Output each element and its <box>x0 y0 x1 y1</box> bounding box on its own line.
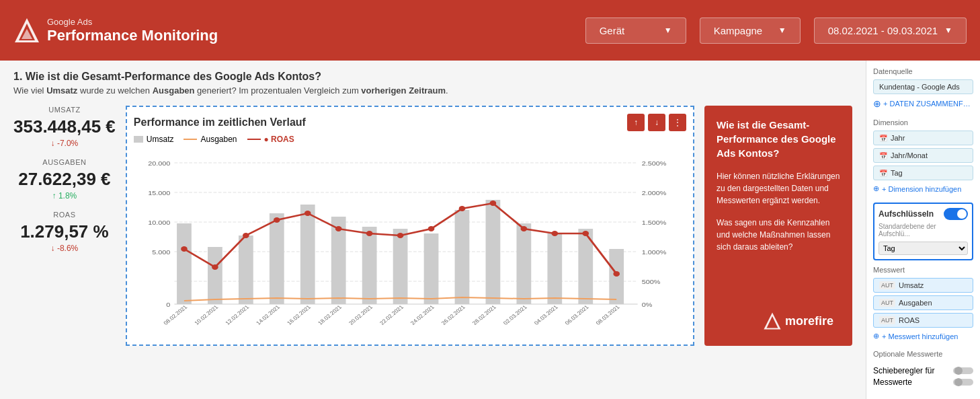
aufschluss-select[interactable]: Tag <box>879 242 968 255</box>
messwert-umsatz: AUT Umsatz <box>873 278 973 293</box>
toggle-knob <box>957 209 967 219</box>
svg-point-36 <box>212 264 218 270</box>
svg-point-47 <box>551 231 558 236</box>
svg-text:500%: 500% <box>641 279 660 285</box>
chart-up-button[interactable]: ↑ <box>627 114 645 131</box>
metric-ausgaben-change: ↑ 1.8% <box>13 191 116 201</box>
svg-point-43 <box>428 226 435 231</box>
svg-text:1.500%: 1.500% <box>641 219 666 226</box>
logo-area: Google Ads Performance Monitoring <box>13 17 218 44</box>
metric-umsatz-value: 353.448,45 € <box>13 116 116 137</box>
chart-legend: Umsatz Ausgaben ● ROAS <box>134 135 686 144</box>
metrics-column: Umsatz 353.448,45 € ↓ -7.0% Ausgaben 27.… <box>13 106 116 346</box>
daten-zusammen-button[interactable]: ⊕ + DATEN ZUSAMMENF… <box>873 97 971 110</box>
sidebar-dim-jahr[interactable]: 📅 Jahr <box>873 131 973 145</box>
chart-down-button[interactable]: ↓ <box>648 114 665 131</box>
plus-icon: ⊕ <box>873 98 881 109</box>
aufschlusseln-section: Aufschlüsseln Standardebene der Aufschlü… <box>873 203 973 260</box>
svg-rect-32 <box>547 233 562 304</box>
messwerte-slider-track[interactable] <box>953 379 973 386</box>
svg-rect-21 <box>208 247 222 304</box>
aut-badge: AUT <box>879 299 895 307</box>
campaign-button[interactable]: Kampagne ▼ <box>700 17 801 44</box>
chart-title: Performance im zeitlichen Verlauf <box>134 116 306 129</box>
datasource-value[interactable]: Kundentag - Google Ads <box>873 79 973 94</box>
svg-text:24.02.2021: 24.02.2021 <box>409 303 436 326</box>
plus-icon: ⊕ <box>873 184 879 193</box>
svg-point-40 <box>335 226 342 231</box>
legend-roas-label: ● ROAS <box>264 135 294 144</box>
svg-point-35 <box>181 246 188 252</box>
dimension-section: Dimension 📅 Jahr 📅 Jahr/Monat 📅 Tag ⊕ + … <box>873 118 973 194</box>
section-subtitle: Wie viel Umsatz wurde zu welchen Ausgabe… <box>13 85 852 96</box>
chart-more-button[interactable]: ⋮ <box>669 114 686 131</box>
schieberegler-section: Schieberegler für Messwerte <box>873 366 973 387</box>
optional-section: Optionale Messwerte <box>873 350 973 358</box>
info-box: Wie ist die Gesamt-Performance des Googl… <box>704 106 852 346</box>
legend-roas: ● ROAS <box>247 135 294 144</box>
info-box-para2: Was sagen uns die Kennzahlen und welche … <box>717 217 840 253</box>
aufschlusseln-toggle[interactable] <box>944 208 968 220</box>
svg-rect-29 <box>454 210 469 304</box>
legend-ausgaben-icon <box>183 139 197 140</box>
svg-point-45 <box>489 201 496 206</box>
metric-umsatz: Umsatz 353.448,45 € ↓ -7.0% <box>13 106 116 148</box>
legend-umsatz-label: Umsatz <box>147 135 174 144</box>
metric-ausgaben-label: Ausgaben <box>13 158 116 166</box>
chevron-down-icon: ▼ <box>778 26 786 35</box>
right-sidebar: Datenquelle Kundentag - Google Ads ⊕ + D… <box>866 61 980 399</box>
metric-roas-label: ROAS <box>13 211 116 219</box>
legend-umsatz-icon <box>134 136 143 143</box>
svg-point-42 <box>397 233 404 238</box>
datasource-label: Datenquelle <box>873 67 973 75</box>
chart-wrapper: 20.000 15.000 10.000 5.000 0 2.500% 2.00… <box>134 149 686 338</box>
svg-point-49 <box>613 271 620 277</box>
metric-umsatz-label: Umsatz <box>13 106 116 114</box>
svg-point-37 <box>243 233 249 238</box>
optional-label: Optionale Messwerte <box>873 350 973 358</box>
svg-point-46 <box>520 226 527 231</box>
morefire-logo-icon <box>13 17 40 44</box>
svg-rect-31 <box>516 223 531 304</box>
svg-text:28.02.2021: 28.02.2021 <box>471 303 497 326</box>
svg-text:04.03.2021: 04.03.2021 <box>532 303 559 326</box>
svg-text:06.03.2021: 06.03.2021 <box>563 303 590 326</box>
svg-text:2.000%: 2.000% <box>641 190 666 196</box>
metric-ausgaben-value: 27.622,39 € <box>13 169 116 190</box>
calendar-icon: 📅 <box>879 170 887 177</box>
sidebar-dim-jahrmonat[interactable]: 📅 Jahr/Monat <box>873 148 973 163</box>
aufschlusseln-label: Aufschlüsseln <box>879 209 934 219</box>
messwert-roas: AUT ROAS <box>873 313 973 328</box>
device-button[interactable]: Gerät ▼ <box>585 17 686 44</box>
svg-point-48 <box>582 231 589 236</box>
aufschlusseln-toggle-row: Aufschlüsseln <box>879 208 968 220</box>
morefire-footer-icon <box>763 312 782 330</box>
schieberegler-knob <box>954 367 963 375</box>
dim-add-button[interactable]: ⊕ + Dimension hinzufügen <box>873 183 961 194</box>
messwert-ausgaben: AUT Ausgaben <box>873 295 973 310</box>
datasource-section: Datenquelle Kundentag - Google Ads ⊕ + D… <box>873 67 973 110</box>
metric-roas-value: 1.279,57 % <box>13 221 116 242</box>
left-panel: 1. Wie ist die Gesamt-Performance des Go… <box>0 61 866 399</box>
sidebar-dim-tag[interactable]: 📅 Tag <box>873 166 973 180</box>
svg-text:26.02.2021: 26.02.2021 <box>440 303 466 326</box>
svg-point-38 <box>274 217 280 223</box>
svg-text:02.03.2021: 02.03.2021 <box>501 303 528 326</box>
svg-text:12.02.2021: 12.02.2021 <box>224 303 251 326</box>
schieberegler-track[interactable] <box>953 367 973 374</box>
metric-ausgaben: Ausgaben 27.622,39 € ↑ 1.8% <box>13 158 116 201</box>
svg-text:10.000: 10.000 <box>148 219 171 226</box>
svg-text:15.000: 15.000 <box>148 190 171 196</box>
svg-rect-23 <box>270 213 284 304</box>
logo-top-text: Google Ads <box>47 17 218 27</box>
date-range-button[interactable]: 08.02.2021 - 09.03.2021 ▼ <box>814 17 967 44</box>
header: Google Ads Performance Monitoring Gerät … <box>0 0 980 61</box>
messwerte-slider-row: Messwerte <box>873 377 973 387</box>
svg-text:5.000: 5.000 <box>152 249 171 256</box>
dimension-label: Dimension <box>873 118 973 126</box>
svg-rect-26 <box>362 227 377 304</box>
metric-roas: ROAS 1.279,57 % ↓ -8.6% <box>13 211 116 253</box>
legend-ausgaben-label: Ausgaben <box>200 135 237 144</box>
messwert-add-button[interactable]: ⊕ + Messwert hinzufügen <box>873 330 958 342</box>
svg-rect-20 <box>177 223 192 304</box>
